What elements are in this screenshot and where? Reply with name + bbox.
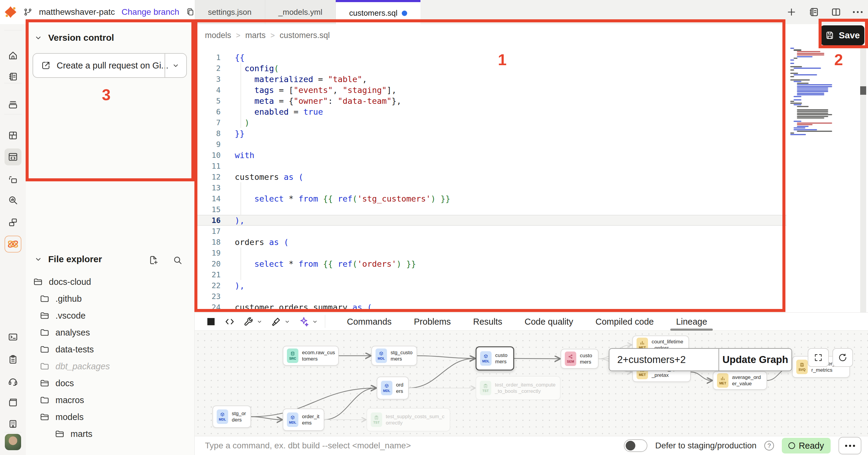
code-line-4[interactable]: 4 tags = ["events", "staging"], bbox=[195, 84, 786, 95]
code-line-17[interactable]: 17 bbox=[195, 226, 786, 236]
code-editor-icon[interactable] bbox=[4, 148, 22, 165]
code-line-21[interactable]: 21 bbox=[195, 269, 786, 280]
lineage-node-customers_sem[interactable]: SEMcustomers bbox=[561, 349, 598, 369]
create-pull-request-button[interactable]: Create a pull request on Gi... bbox=[33, 53, 187, 78]
refresh-graph-button[interactable] bbox=[832, 348, 853, 367]
breadcrumb-marts[interactable]: marts bbox=[245, 31, 266, 40]
stack-icon[interactable] bbox=[4, 96, 22, 113]
lineage-node-average_order_value[interactable]: METaverage_order_value bbox=[713, 371, 767, 390]
code-line-8[interactable]: 8}} bbox=[195, 128, 786, 139]
copy-icon[interactable] bbox=[186, 7, 195, 17]
panel-list-icon[interactable] bbox=[808, 7, 819, 18]
tree-item-models[interactable]: models bbox=[26, 408, 194, 425]
breadcrumb-file[interactable]: customers.sql bbox=[280, 31, 330, 40]
code-line-10[interactable]: 10with bbox=[195, 150, 786, 161]
compiled-code-icon[interactable] bbox=[224, 316, 235, 327]
code-line-14[interactable]: 14 select * from {{ ref('stg_customers')… bbox=[195, 193, 786, 204]
panel-tab-results[interactable]: Results bbox=[462, 313, 514, 331]
windows-icon[interactable] bbox=[4, 214, 22, 231]
split-editor-icon[interactable] bbox=[831, 7, 841, 18]
code-line-12[interactable]: 12customers as ( bbox=[195, 171, 786, 182]
command-input[interactable]: Type a command, ex. dbt build --select <… bbox=[205, 441, 624, 451]
panel-tab-problems[interactable]: Problems bbox=[403, 313, 462, 331]
chevron-down-icon[interactable] bbox=[34, 255, 43, 264]
defer-toggle[interactable] bbox=[624, 439, 647, 452]
tree-item-analyses[interactable]: analyses bbox=[26, 324, 194, 341]
clipboard-icon[interactable] bbox=[4, 351, 22, 368]
save-button[interactable]: Save bbox=[820, 25, 864, 45]
chevron-down-icon[interactable] bbox=[34, 33, 43, 42]
lineage-node-customers[interactable]: MDLcustomers bbox=[475, 346, 514, 371]
panel-tab-commands[interactable]: Commands bbox=[336, 313, 403, 331]
scrollbar[interactable] bbox=[860, 48, 866, 312]
code-line-5[interactable]: 5 meta = {"owner": "data-team"}, bbox=[195, 95, 786, 106]
pr-dropdown-caret[interactable] bbox=[164, 54, 186, 77]
change-branch-link[interactable]: Change branch bbox=[121, 7, 179, 17]
lineage-node-order_items[interactable]: MDLorder_items bbox=[283, 408, 324, 431]
lineage-node-stg_orders[interactable]: MDLstg_orders bbox=[213, 405, 251, 428]
code-line-16[interactable]: 16), bbox=[195, 215, 786, 226]
lineage-node-orders[interactable]: MDLorders bbox=[377, 376, 409, 399]
organization-icon[interactable] bbox=[4, 416, 22, 432]
panel-tab-lineage[interactable]: Lineage bbox=[665, 313, 718, 331]
code-lines[interactable]: 1{{2 config(3 materialized = "table",4 t… bbox=[195, 52, 786, 312]
code-line-3[interactable]: 3 materialized = "table", bbox=[195, 74, 786, 84]
tree-item-data-tests[interactable]: data-tests bbox=[26, 341, 194, 358]
code-line-15[interactable]: 15 bbox=[195, 204, 786, 215]
tree-item-docs-cloud[interactable]: docs-cloud bbox=[26, 273, 194, 290]
panel-tab-compiled-code[interactable]: Compiled code bbox=[584, 313, 665, 331]
minimap[interactable] bbox=[790, 48, 850, 138]
code-line-6[interactable]: 6 enabled = true bbox=[195, 106, 786, 117]
search-icon[interactable] bbox=[173, 255, 182, 265]
tree-item-marts[interactable]: marts bbox=[26, 425, 194, 442]
lineage-node-test_supply[interactable]: TSTtest_supply_costs_sum_correctly bbox=[367, 408, 450, 431]
lineage-selector-input[interactable]: 2+customers+2 bbox=[610, 349, 718, 371]
tab-_models.yml[interactable]: _models.yml bbox=[265, 0, 336, 24]
code-line-23[interactable]: 23 bbox=[195, 291, 786, 302]
lineage-node-test_order_items[interactable]: TSTtest_order_items_compute_to_bools _co… bbox=[475, 376, 561, 400]
tree-item-.github[interactable]: .github bbox=[26, 290, 194, 307]
code-line-24[interactable]: 24customer_orders_summary as ( bbox=[195, 302, 786, 312]
tab-settings.json[interactable]: settings.json bbox=[195, 0, 265, 24]
code-line-1[interactable]: 1{{ bbox=[195, 52, 786, 63]
tree-item-dbt_packages[interactable]: dbt_packages bbox=[26, 358, 194, 375]
scrollbar-thumb[interactable] bbox=[860, 86, 866, 95]
tree-item-.vscode[interactable]: .vscode bbox=[26, 307, 194, 324]
tab-customers.sql[interactable]: customers.sql bbox=[336, 0, 420, 24]
results-table-icon[interactable] bbox=[206, 316, 216, 327]
notebook-icon[interactable] bbox=[4, 68, 22, 85]
tree-item-macros[interactable]: macros bbox=[26, 392, 194, 408]
tree-item-docs[interactable]: docs bbox=[26, 375, 194, 392]
new-file-icon[interactable] bbox=[149, 255, 158, 265]
code-line-19[interactable]: 19 bbox=[195, 248, 786, 258]
fullscreen-button[interactable] bbox=[808, 348, 829, 367]
docs-book-icon[interactable] bbox=[4, 394, 22, 411]
code-line-13[interactable]: 13 bbox=[195, 182, 786, 193]
lineage-canvas[interactable]: SRCecom.raw_customersMDLstg_customersMDL… bbox=[195, 331, 868, 436]
code-line-18[interactable]: 18orders as ( bbox=[195, 236, 786, 248]
dashboard-icon[interactable] bbox=[4, 127, 22, 144]
code-line-22[interactable]: 22), bbox=[195, 280, 786, 291]
code-line-11[interactable]: 11 bbox=[195, 161, 786, 171]
explore-icon[interactable] bbox=[4, 192, 22, 208]
breadcrumb-models[interactable]: models bbox=[205, 31, 231, 40]
dbt-assist-icon[interactable] bbox=[299, 316, 318, 327]
update-graph-button[interactable]: Update Graph bbox=[718, 349, 792, 371]
more-options-button[interactable] bbox=[838, 437, 861, 454]
panel-tab-code-quality[interactable]: Code quality bbox=[513, 313, 584, 331]
lineage-node-stg_customers[interactable]: MDLstg_customers bbox=[371, 346, 417, 366]
terminal-icon[interactable] bbox=[4, 329, 22, 345]
build-wrench-icon[interactable] bbox=[243, 316, 263, 327]
code-line-7[interactable]: 7 ) bbox=[195, 117, 786, 128]
format-brush-icon[interactable] bbox=[271, 316, 290, 327]
frame-select-icon[interactable] bbox=[4, 172, 22, 189]
dbt-copilot-icon[interactable] bbox=[4, 236, 22, 253]
code-line-20[interactable]: 20 select * from {{ ref('orders') }} bbox=[195, 258, 786, 269]
new-tab-plus-icon[interactable] bbox=[786, 7, 797, 18]
home-icon[interactable] bbox=[4, 47, 22, 64]
help-icon[interactable]: ? bbox=[764, 441, 774, 451]
code-line-2[interactable]: 2 config( bbox=[195, 63, 786, 74]
overflow-menu-icon[interactable] bbox=[853, 11, 863, 13]
code-line-9[interactable]: 9 bbox=[195, 139, 786, 150]
lineage-node-ecom.raw_customers[interactable]: SRCecom.raw_customers bbox=[283, 346, 339, 366]
